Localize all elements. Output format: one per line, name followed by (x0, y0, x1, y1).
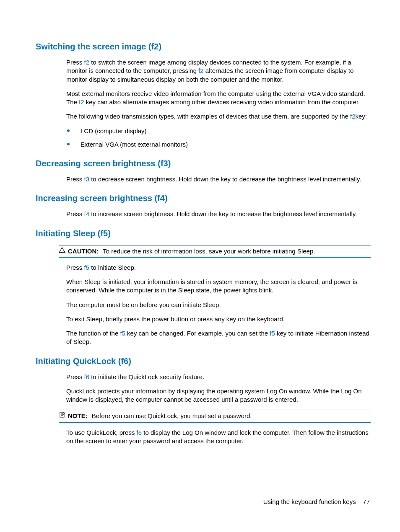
paragraph: Press f2 to switch the screen image amon… (66, 58, 371, 84)
heading-f2: Switching the screen image (f2) (36, 41, 371, 52)
section-f2-content: Press f2 to switch the screen image amon… (66, 58, 371, 149)
key-f2: f2 (84, 59, 90, 66)
key-f6: f6 (137, 429, 142, 436)
page-number: 77 (363, 498, 370, 505)
page-footer: Using the keyboard function keys 77 (263, 498, 370, 506)
paragraph: Most external monitors receive video inf… (66, 90, 371, 107)
paragraph: To exit Sleep, briefly press the power b… (66, 315, 371, 323)
key-f5: f5 (84, 264, 90, 271)
heading-f5: Initiating Sleep (f5) (36, 228, 371, 239)
key-f4: f4 (84, 210, 90, 217)
note-text: Before you can use QuickLock, you must s… (92, 412, 252, 419)
key-f2: f2 (198, 67, 204, 74)
paragraph: The computer must be on before you can i… (66, 301, 371, 309)
note-icon (59, 412, 68, 418)
footer-text: Using the keyboard function keys (263, 498, 356, 505)
paragraph: When Sleep is initiated, your informatio… (66, 278, 371, 295)
paragraph: The following video transmission types, … (66, 112, 371, 121)
key-f2: f2 (350, 113, 356, 120)
key-f5: f5 (270, 330, 275, 337)
note-callout: NOTE:Before you can use QuickLock, you m… (59, 410, 371, 422)
paragraph: Press f4 to increase screen brightness. … (66, 210, 371, 218)
key-f6: f6 (84, 373, 90, 380)
heading-f6: Initiating QuickLock (f6) (36, 356, 371, 367)
section-f6-content: Press f6 to initiate the QuickLock secur… (66, 373, 371, 446)
paragraph: The function of the f5 key can be change… (66, 329, 371, 346)
list-item: External VGA (most external monitors) (66, 140, 371, 149)
paragraph: Press f6 to initiate the QuickLock secur… (66, 373, 371, 381)
section-f5-content: CAUTION:To reduce the risk of informatio… (66, 245, 371, 346)
paragraph: Press f5 to initiate Sleep. (66, 263, 371, 272)
key-f2: f2 (79, 98, 84, 106)
paragraph: QuickLock protects your information by d… (66, 387, 371, 404)
paragraph: Press f3 to decrease screen brightness. … (66, 175, 371, 183)
key-f3: f3 (84, 176, 90, 183)
section-f3-content: Press f3 to decrease screen brightness. … (66, 175, 371, 183)
caution-icon (59, 247, 68, 253)
caution-text: To reduce the risk of information loss, … (103, 248, 315, 255)
note-label: NOTE: (68, 412, 88, 419)
section-f4-content: Press f4 to increase screen brightness. … (66, 210, 371, 218)
paragraph: To use QuickLock, press f6 to display th… (66, 429, 371, 446)
list-item: LCD (computer display) (66, 127, 371, 135)
key-f5: f5 (120, 330, 125, 337)
caution-label: CAUTION: (68, 248, 99, 255)
bullet-list: LCD (computer display) External VGA (mos… (66, 127, 371, 149)
heading-f4: Increasing screen brightness (f4) (36, 193, 371, 204)
caution-callout: CAUTION:To reduce the risk of informatio… (59, 245, 371, 258)
document-page: Switching the screen image (f2) Press f2… (0, 0, 400, 445)
heading-f3: Decreasing screen brightness (f3) (36, 158, 371, 169)
